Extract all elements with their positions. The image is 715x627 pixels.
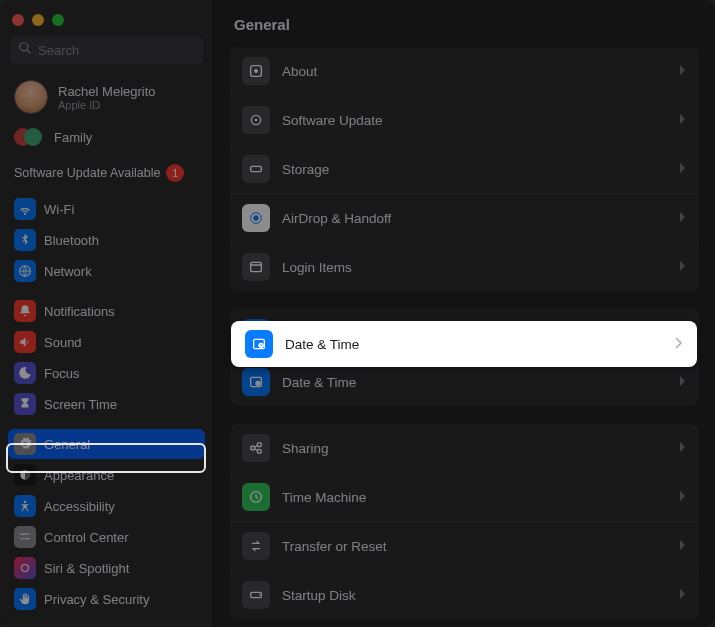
svg-point-5 <box>254 69 258 73</box>
bell-icon <box>14 300 36 322</box>
share-icon <box>242 434 270 462</box>
window-controls <box>0 8 213 36</box>
transfer-icon <box>242 532 270 560</box>
row-label: Login Items <box>282 260 667 275</box>
clock-icon <box>242 483 270 511</box>
sidebar-item-accessibility[interactable]: Accessibility <box>8 491 205 521</box>
svg-rect-11 <box>251 262 262 271</box>
sidebar-item-bluetooth[interactable]: Bluetooth <box>8 225 205 255</box>
sidebar: Rachel Melegrito Apple ID Family Softwar… <box>0 0 214 627</box>
sidebar-item-wifi[interactable]: Wi-Fi <box>8 194 205 224</box>
sidebar-item-notifications[interactable]: Notifications <box>8 296 205 326</box>
row-login-items[interactable]: Login Items <box>230 243 699 291</box>
sidebar-item-label: Bluetooth <box>44 233 99 248</box>
chevron-right-icon <box>679 439 687 457</box>
sidebar-item-label: Privacy & Security <box>44 592 149 607</box>
sidebar-item-label: Sound <box>44 335 82 350</box>
chevron-right-icon <box>679 209 687 227</box>
sidebar-item-label: Wi-Fi <box>44 202 74 217</box>
svg-point-20 <box>259 594 260 595</box>
siri-icon <box>14 557 36 579</box>
row-sharing[interactable]: Sharing <box>230 424 699 473</box>
chevron-right-icon <box>675 335 683 353</box>
sliders-icon <box>14 526 36 548</box>
row-label: Date & Time <box>282 375 667 390</box>
sidebar-nav: Wi-Fi Bluetooth Network Notifications So… <box>0 190 213 618</box>
sidebar-item-sound[interactable]: Sound <box>8 327 205 357</box>
avatar <box>14 80 48 114</box>
svg-point-9 <box>253 215 258 220</box>
sidebar-item-appearance[interactable]: Appearance <box>8 460 205 490</box>
chevron-right-icon <box>679 373 687 391</box>
family-icon <box>14 126 44 148</box>
gear-icon <box>14 433 36 455</box>
row-label: Transfer or Reset <box>282 539 667 554</box>
info-icon <box>242 57 270 85</box>
calendar-clock-icon <box>242 368 270 396</box>
sidebar-item-privacy-security[interactable]: Privacy & Security <box>8 584 205 614</box>
settings-group-1: About Software Update Storage AirDrop & … <box>230 47 699 291</box>
row-startup-disk[interactable]: Startup Disk <box>230 571 699 619</box>
sidebar-item-label: General <box>44 437 90 452</box>
calendar-clock-icon <box>245 330 273 358</box>
appearance-icon <box>14 464 36 486</box>
speaker-icon <box>14 331 36 353</box>
account-sub: Apple ID <box>58 99 156 111</box>
sidebar-item-label: Appearance <box>44 468 114 483</box>
svg-point-14 <box>255 381 260 386</box>
sidebar-item-general[interactable]: General <box>8 429 205 459</box>
sidebar-item-label: Accessibility <box>44 499 115 514</box>
wifi-icon <box>14 198 36 220</box>
svg-point-7 <box>255 119 258 122</box>
row-time-machine[interactable]: Time Machine <box>230 473 699 522</box>
row-software-update[interactable]: Software Update <box>230 96 699 145</box>
system-settings-window: Rachel Melegrito Apple ID Family Softwar… <box>0 0 715 627</box>
chevron-right-icon <box>679 537 687 555</box>
sidebar-item-network[interactable]: Network <box>8 256 205 286</box>
search-input[interactable] <box>38 43 195 58</box>
row-label: Storage <box>282 162 667 177</box>
sidebar-item-screen-time[interactable]: Screen Time <box>8 389 205 419</box>
sidebar-item-siri-spotlight[interactable]: Siri & Spotlight <box>8 553 205 583</box>
row-storage[interactable]: Storage <box>230 145 699 194</box>
row-label: About <box>282 64 667 79</box>
row-label: AirDrop & Handoff <box>282 211 667 226</box>
maximize-window-button[interactable] <box>52 14 64 26</box>
search-field[interactable] <box>10 36 203 64</box>
row-about[interactable]: About <box>230 47 699 96</box>
apple-id-account[interactable]: Rachel Melegrito Apple ID <box>0 74 213 120</box>
row-transfer-reset[interactable]: Transfer or Reset <box>230 522 699 571</box>
sidebar-item-control-center[interactable]: Control Center <box>8 522 205 552</box>
svg-rect-8 <box>251 166 262 171</box>
chevron-right-icon <box>679 62 687 80</box>
moon-icon <box>14 362 36 384</box>
row-label: Software Update <box>282 113 667 128</box>
page-title: General <box>230 12 699 47</box>
minimize-window-button[interactable] <box>32 14 44 26</box>
account-name: Rachel Melegrito <box>58 84 156 99</box>
sidebar-item-label: Screen Time <box>44 397 117 412</box>
software-update-available[interactable]: Software Update Available 1 <box>0 154 213 190</box>
chevron-right-icon <box>679 258 687 276</box>
row-label: Time Machine <box>282 490 667 505</box>
family-row[interactable]: Family <box>0 120 213 154</box>
update-badge: 1 <box>166 164 184 182</box>
chevron-right-icon <box>679 488 687 506</box>
chevron-right-icon <box>679 111 687 129</box>
search-icon <box>18 41 38 59</box>
sidebar-item-label: Notifications <box>44 304 115 319</box>
chevron-right-icon <box>679 586 687 604</box>
close-window-button[interactable] <box>12 14 24 26</box>
hand-icon <box>14 588 36 610</box>
sidebar-item-label: Network <box>44 264 92 279</box>
gear-icon <box>242 106 270 134</box>
settings-group-3: Sharing Time Machine Transfer or Reset S… <box>230 424 699 619</box>
highlight-date-time-row[interactable]: Date & Time <box>231 321 697 367</box>
sidebar-item-focus[interactable]: Focus <box>8 358 205 388</box>
row-airdrop-handoff[interactable]: AirDrop & Handoff <box>230 194 699 243</box>
svg-point-2 <box>24 501 26 503</box>
window-icon <box>242 253 270 281</box>
sidebar-item-label: Control Center <box>44 530 129 545</box>
main-content: General About Software Update Storage Ai… <box>214 0 715 627</box>
disk-icon <box>242 581 270 609</box>
